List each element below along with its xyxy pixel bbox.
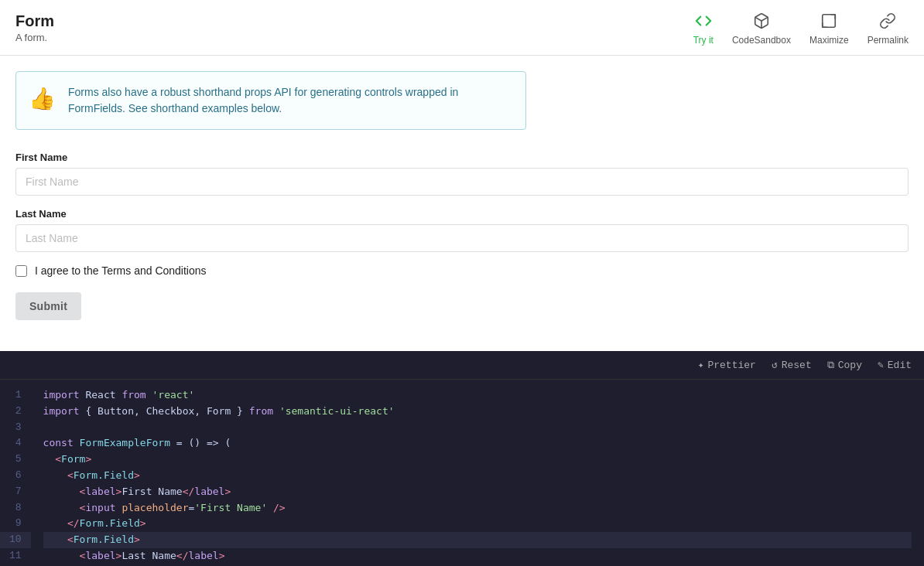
code-section: ✦ Prettier ↺ Reset ⧉ Copy ✎ Edit 12345 6… xyxy=(0,351,924,566)
code-line-2: import { Button, Checkbox, Form } from '… xyxy=(43,404,912,420)
submit-button[interactable]: Submit xyxy=(15,292,81,320)
page-title: Form xyxy=(15,12,54,30)
code-body: 12345 678910 1112131415 1617181920 2122 … xyxy=(0,380,924,566)
maximize-icon xyxy=(820,12,837,32)
reset-icon: ↺ xyxy=(772,359,778,371)
codesandbox-label: CodeSandbox xyxy=(732,35,791,46)
try-it-action[interactable]: Try it xyxy=(693,12,714,46)
codesandbox-action[interactable]: CodeSandbox xyxy=(732,12,791,46)
last-name-input[interactable] xyxy=(15,224,909,252)
code-line-11: <label>Last Name</label> xyxy=(43,548,912,564)
code-line-6: <Form.Field> xyxy=(43,468,912,484)
info-box: 👍 Forms also have a robust shorthand pro… xyxy=(15,71,526,130)
info-text: Forms also have a robust shorthand props… xyxy=(68,84,513,117)
line-numbers: 12345 678910 1112131415 1617181920 2122 xyxy=(0,387,31,566)
svg-rect-1 xyxy=(823,15,836,28)
try-it-label: Try it xyxy=(693,35,714,46)
code-line-10: <Form.Field> xyxy=(43,532,912,548)
code-line-8: <input placeholder='First Name' /> xyxy=(43,500,912,517)
code-line-9: </Form.Field> xyxy=(43,516,912,532)
first-name-input[interactable] xyxy=(15,168,909,196)
thumbs-up-icon: 👍 xyxy=(29,86,56,111)
code-content: import React from 'react'import { Button… xyxy=(31,387,924,566)
code-line-5: <Form> xyxy=(43,452,912,468)
prettier-button[interactable]: ✦ Prettier xyxy=(698,359,756,371)
header-actions: Try it CodeSandbox Maximize xyxy=(693,12,909,46)
copy-icon: ⧉ xyxy=(827,360,834,371)
page-subtitle: A form. xyxy=(15,32,54,43)
code-line-1: import React from 'react' xyxy=(43,387,912,404)
prettier-icon: ✦ xyxy=(698,359,704,371)
code-line-3 xyxy=(43,420,912,436)
code-line-4: const FormExampleForm = () => ( xyxy=(43,435,912,452)
code-line-7: <label>First Name</label> xyxy=(43,484,912,500)
checkbox-field: I agree to the Terms and Conditions xyxy=(15,264,909,277)
terms-checkbox[interactable] xyxy=(15,265,27,277)
last-name-label: Last Name xyxy=(15,208,909,220)
last-name-field: Last Name xyxy=(15,208,909,252)
reset-button[interactable]: ↺ Reset xyxy=(772,359,812,371)
maximize-label: Maximize xyxy=(809,35,849,46)
permalink-action[interactable]: Permalink xyxy=(868,12,909,46)
permalink-label: Permalink xyxy=(868,35,909,46)
permalink-icon xyxy=(879,12,896,32)
edit-button[interactable]: ✎ Edit xyxy=(878,359,912,371)
terms-label: I agree to the Terms and Conditions xyxy=(35,264,207,277)
copy-button[interactable]: ⧉ Copy xyxy=(827,360,862,371)
codesandbox-icon xyxy=(753,12,770,32)
code-icon xyxy=(695,12,712,32)
first-name-field: First Name xyxy=(15,152,909,196)
content-area: 👍 Forms also have a robust shorthand pro… xyxy=(0,56,924,336)
first-name-label: First Name xyxy=(15,152,909,163)
header-left: Form A form. xyxy=(15,12,54,43)
form-section: First Name Last Name I agree to the Term… xyxy=(15,152,909,320)
code-toolbar: ✦ Prettier ↺ Reset ⧉ Copy ✎ Edit xyxy=(0,351,924,380)
maximize-action[interactable]: Maximize xyxy=(809,12,849,46)
edit-icon: ✎ xyxy=(878,359,884,371)
header: Form A form. Try it CodeSandbox xyxy=(0,0,924,56)
